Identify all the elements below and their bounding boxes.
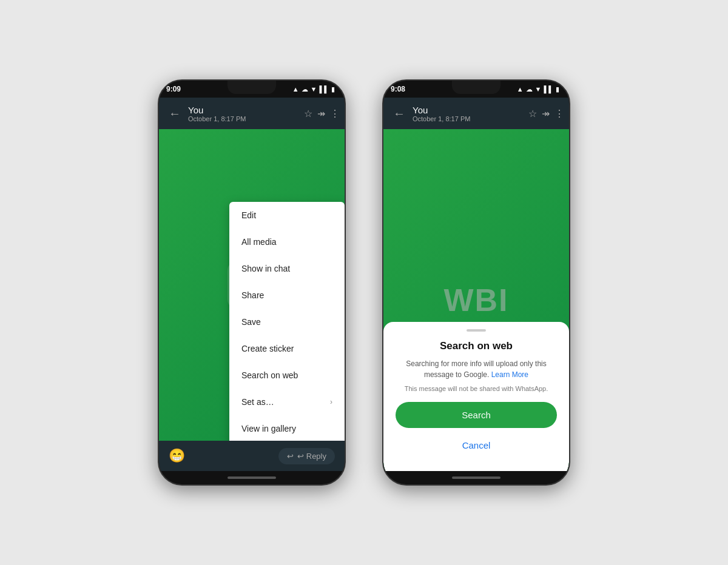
contact-date-1: October 1, 8:17 PM xyxy=(188,115,304,122)
contact-name-1: You xyxy=(188,105,304,115)
reply-icon: ↩ xyxy=(287,452,294,461)
notification-icon-2: ▲ xyxy=(517,85,524,93)
phone-1: 9:09 ▲ ☁ ▼ ▌▌ ▮ ← You October 1, 8:17 PM… xyxy=(158,79,346,486)
phone-2-screen: 9:08 ▲ ☁ ▼ ▌▌ ▮ ← You October 1, 8:17 PM… xyxy=(383,81,569,484)
more-icon-1[interactable]: ⋮ xyxy=(330,108,340,119)
drag-handle xyxy=(467,329,486,332)
status-time-2: 9:08 xyxy=(391,85,405,93)
battery-icon-1: ▮ xyxy=(331,85,335,93)
battery-icon-2: ▮ xyxy=(556,85,559,93)
phone-1-screen: 9:09 ▲ ☁ ▼ ▌▌ ▮ ← You October 1, 8:17 PM… xyxy=(159,81,345,484)
status-time-1: 9:09 xyxy=(166,85,181,93)
cloud-icon-1: ☁ xyxy=(302,85,308,93)
menu-item-edit[interactable]: Edit xyxy=(229,202,345,229)
menu-item-view-in-gallery[interactable]: View in gallery xyxy=(229,415,345,441)
header-actions-1: ☆ ↠ ⋮ xyxy=(304,108,340,119)
contact-info-2: You October 1, 8:17 PM xyxy=(413,105,528,122)
search-button[interactable]: Search xyxy=(396,402,557,428)
status-bar-1: 9:09 ▲ ☁ ▼ ▌▌ ▮ xyxy=(159,81,345,98)
status-icons-2: ▲ ☁ ▼ ▌▌ ▮ xyxy=(517,85,559,93)
dialog-title: Search on web xyxy=(396,340,557,352)
notification-icon-1: ▲ xyxy=(292,85,299,93)
chat-area-2: WBI WAIINFO Search on web Searching for … xyxy=(383,129,569,471)
wifi-icon-2: ▼ xyxy=(535,85,542,93)
forward-icon-2[interactable]: ↠ xyxy=(542,108,550,119)
search-on-web-dialog: Search on web Searching for more info wi… xyxy=(383,322,569,471)
contact-date-2: October 1, 8:17 PM xyxy=(413,115,528,122)
emoji-button-1[interactable]: 😁 xyxy=(169,448,185,464)
reply-button-1[interactable]: ↩ ↩ Reply xyxy=(278,448,335,464)
back-button-2[interactable]: ← xyxy=(388,102,410,125)
learn-more-link[interactable]: Learn More xyxy=(491,370,528,379)
context-menu: Edit All media Show in chat Share Save C… xyxy=(229,202,345,441)
cloud-icon-2: ☁ xyxy=(526,85,533,93)
signal-icon-1: ▌▌ xyxy=(319,85,329,93)
home-indicator-2 xyxy=(383,471,569,484)
dialog-note: This message will not be shared with Wha… xyxy=(396,385,557,392)
header-actions-2: ☆ ↠ ⋮ xyxy=(528,108,564,119)
forward-icon-1[interactable]: ↠ xyxy=(317,108,325,119)
phone-2: 9:08 ▲ ☁ ▼ ▌▌ ▮ ← You October 1, 8:17 PM… xyxy=(382,79,570,486)
home-indicator-1 xyxy=(159,471,345,484)
contact-name-2: You xyxy=(413,105,528,115)
home-bar-1 xyxy=(228,476,276,479)
star-icon-1[interactable]: ☆ xyxy=(304,108,312,119)
wbi-text: WBI xyxy=(443,282,508,318)
set-as-arrow-icon: › xyxy=(330,398,332,406)
status-bar-2: 9:08 ▲ ☁ ▼ ▌▌ ▮ xyxy=(383,81,569,98)
more-icon-2[interactable]: ⋮ xyxy=(554,108,564,119)
menu-item-all-media[interactable]: All media xyxy=(229,229,345,255)
bottom-bar-1: 😁 ↩ ↩ Reply xyxy=(159,441,345,471)
menu-item-create-sticker[interactable]: Create sticker xyxy=(229,335,345,362)
cancel-button[interactable]: Cancel xyxy=(396,434,557,456)
back-button-1[interactable]: ← xyxy=(164,102,186,125)
menu-item-set-as[interactable]: Set as… › xyxy=(229,389,345,415)
contact-info-1: You October 1, 8:17 PM xyxy=(188,105,304,122)
menu-item-show-in-chat[interactable]: Show in chat xyxy=(229,255,345,282)
status-icons-1: ▲ ☁ ▼ ▌▌ ▮ xyxy=(292,85,335,93)
chat-area-1: WAIINFO Edit All media Show in chat Shar… xyxy=(159,129,345,441)
menu-item-search-on-web[interactable]: Search on web xyxy=(229,362,345,389)
menu-item-save[interactable]: Save xyxy=(229,309,345,335)
reply-label: ↩ Reply xyxy=(297,452,326,461)
home-bar-2 xyxy=(452,476,500,479)
wa-header-2: ← You October 1, 8:17 PM ☆ ↠ ⋮ xyxy=(383,98,569,129)
menu-item-share[interactable]: Share xyxy=(229,282,345,309)
dialog-description: Searching for more info will upload only… xyxy=(396,358,557,380)
signal-icon-2: ▌▌ xyxy=(544,85,553,93)
wa-header-1: ← You October 1, 8:17 PM ☆ ↠ ⋮ xyxy=(159,98,345,129)
star-icon-2[interactable]: ☆ xyxy=(528,108,537,119)
wifi-icon-1: ▼ xyxy=(311,85,317,93)
